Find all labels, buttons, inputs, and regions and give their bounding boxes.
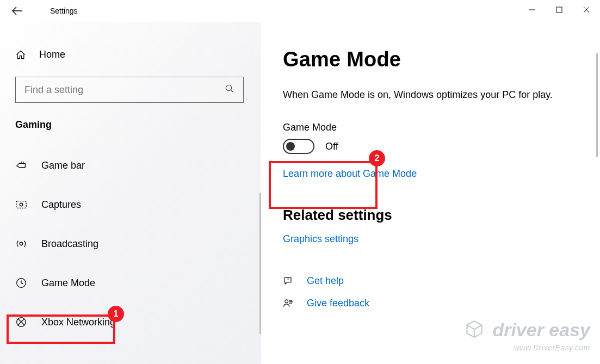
sidebar-item-label: Xbox Networking (41, 317, 115, 328)
main-content: Game Mode When Game Mode is on, Windows … (261, 22, 600, 364)
sidebar-item-label: Game bar (41, 160, 85, 171)
broadcasting-icon (15, 238, 27, 250)
sidebar-item-game-mode[interactable]: Game Mode (15, 270, 250, 296)
main-scrollbar[interactable] (596, 53, 598, 157)
game-mode-toggle[interactable] (283, 139, 314, 154)
sidebar: Home Gaming Game bar Captures (0, 22, 261, 364)
help-icon: ? (283, 276, 294, 287)
toggle-state: Off (325, 141, 338, 152)
sidebar-item-captures[interactable]: Captures (15, 192, 250, 218)
search-icon (225, 84, 234, 96)
home-button[interactable]: Home (15, 49, 250, 60)
get-help-label: Get help (307, 275, 344, 287)
maximize-button[interactable] (546, 0, 573, 20)
sidebar-item-game-bar[interactable]: Game bar (15, 152, 250, 178)
learn-more-link[interactable]: Learn more about Game Mode (283, 168, 574, 180)
toggle-label: Game Mode (283, 122, 574, 133)
window-title: Settings (50, 7, 78, 15)
page-title: Game Mode (283, 48, 574, 71)
related-settings-title: Related settings (283, 207, 574, 224)
svg-line-3 (231, 90, 233, 92)
svg-point-2 (226, 85, 232, 91)
svg-point-10 (285, 299, 288, 303)
svg-point-5 (20, 203, 23, 206)
sidebar-item-broadcasting[interactable]: Broadcasting (15, 231, 250, 257)
captures-icon (15, 199, 27, 211)
search-input[interactable] (15, 77, 244, 103)
home-icon (15, 50, 26, 60)
svg-rect-1 (556, 7, 562, 13)
game-bar-icon (15, 159, 27, 171)
graphics-settings-link[interactable]: Graphics settings (283, 233, 574, 245)
back-button[interactable] (11, 4, 24, 17)
minimize-button[interactable] (518, 0, 546, 20)
sidebar-item-xbox-networking[interactable]: Xbox Networking (15, 309, 250, 335)
toggle-knob (286, 142, 295, 151)
page-description: When Game Mode is on, Windows optimizes … (283, 88, 571, 102)
give-feedback-link[interactable]: Give feedback (283, 298, 574, 309)
xbox-icon (15, 316, 27, 328)
give-feedback-label: Give feedback (307, 298, 369, 309)
svg-text:?: ? (287, 277, 289, 282)
sidebar-item-label: Game Mode (41, 277, 95, 289)
sidebar-item-label: Broadcasting (41, 238, 98, 250)
close-button[interactable] (573, 0, 600, 20)
search-field[interactable] (24, 84, 225, 96)
svg-point-8 (17, 318, 26, 327)
svg-point-6 (20, 242, 23, 245)
game-mode-icon (15, 277, 27, 289)
svg-rect-4 (16, 201, 26, 208)
home-label: Home (39, 49, 65, 60)
feedback-icon (283, 298, 294, 309)
category-title: Gaming (15, 119, 250, 131)
get-help-link[interactable]: ? Get help (283, 275, 574, 287)
sidebar-item-label: Captures (41, 199, 81, 211)
